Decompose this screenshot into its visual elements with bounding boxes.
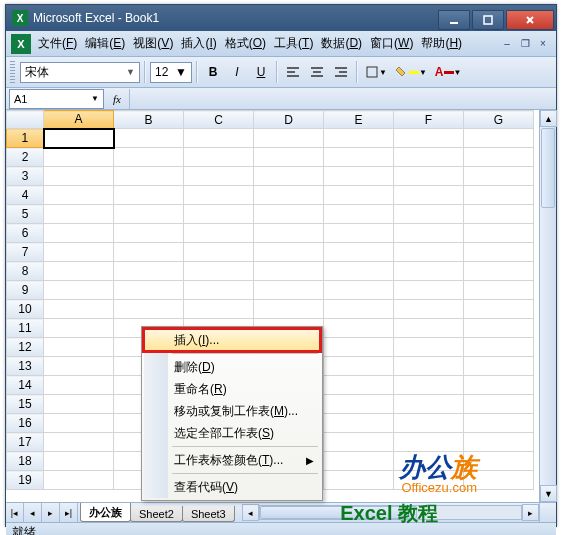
- cell-C5[interactable]: [184, 205, 254, 224]
- cell-F8[interactable]: [394, 262, 464, 281]
- cell-F9[interactable]: [394, 281, 464, 300]
- maximize-button[interactable]: [472, 10, 504, 30]
- ctx-r[interactable]: 重命名(R): [144, 378, 320, 400]
- borders-button[interactable]: ▼: [362, 61, 390, 83]
- row-header-4[interactable]: 4: [7, 186, 44, 205]
- cell-F15[interactable]: [394, 395, 464, 414]
- font-color-button[interactable]: A▼: [432, 61, 465, 83]
- cell-C4[interactable]: [184, 186, 254, 205]
- row-header-1[interactable]: 1: [7, 129, 44, 148]
- cell-F10[interactable]: [394, 300, 464, 319]
- column-header-B[interactable]: B: [114, 111, 184, 129]
- align-center-button[interactable]: [306, 61, 328, 83]
- cell-D9[interactable]: [254, 281, 324, 300]
- fill-color-button[interactable]: ▼: [392, 61, 430, 83]
- menu-h[interactable]: 帮助(H): [417, 32, 466, 55]
- row-header-9[interactable]: 9: [7, 281, 44, 300]
- align-right-button[interactable]: [330, 61, 352, 83]
- cell-E16[interactable]: [324, 414, 394, 433]
- cell-A1[interactable]: [44, 129, 114, 148]
- cell-E6[interactable]: [324, 224, 394, 243]
- cell-A18[interactable]: [44, 452, 114, 471]
- row-header-8[interactable]: 8: [7, 262, 44, 281]
- menu-e[interactable]: 编辑(E): [81, 32, 129, 55]
- cell-C3[interactable]: [184, 167, 254, 186]
- cell-A15[interactable]: [44, 395, 114, 414]
- ctx-d[interactable]: 删除(D): [144, 356, 320, 378]
- cell-B5[interactable]: [114, 205, 184, 224]
- cell-E9[interactable]: [324, 281, 394, 300]
- menu-w[interactable]: 窗口(W): [366, 32, 417, 55]
- cell-B7[interactable]: [114, 243, 184, 262]
- cell-A5[interactable]: [44, 205, 114, 224]
- doc-restore-button[interactable]: ❐: [518, 37, 532, 51]
- column-header-G[interactable]: G: [464, 111, 534, 129]
- formula-bar[interactable]: [129, 89, 556, 109]
- cell-G6[interactable]: [464, 224, 534, 243]
- cell-F1[interactable]: [394, 129, 464, 148]
- tab-nav-last[interactable]: ▸|: [60, 503, 78, 522]
- cell-D8[interactable]: [254, 262, 324, 281]
- cell-E7[interactable]: [324, 243, 394, 262]
- sheet-tab-sheet3[interactable]: Sheet3: [182, 506, 235, 522]
- scroll-right-button[interactable]: ▸: [522, 504, 539, 521]
- cell-A2[interactable]: [44, 148, 114, 167]
- cell-A13[interactable]: [44, 357, 114, 376]
- cell-D1[interactable]: [254, 129, 324, 148]
- app-icon[interactable]: X: [11, 34, 31, 54]
- cell-B9[interactable]: [114, 281, 184, 300]
- cell-F11[interactable]: [394, 319, 464, 338]
- cell-F7[interactable]: [394, 243, 464, 262]
- cell-G17[interactable]: [464, 433, 534, 452]
- cell-D6[interactable]: [254, 224, 324, 243]
- cell-D3[interactable]: [254, 167, 324, 186]
- tab-nav-prev[interactable]: ◂: [24, 503, 42, 522]
- row-header-3[interactable]: 3: [7, 167, 44, 186]
- cell-C6[interactable]: [184, 224, 254, 243]
- menu-v[interactable]: 视图(V): [129, 32, 177, 55]
- row-header-19[interactable]: 19: [7, 471, 44, 490]
- cell-A8[interactable]: [44, 262, 114, 281]
- tab-nav-next[interactable]: ▸: [42, 503, 60, 522]
- cell-G13[interactable]: [464, 357, 534, 376]
- scroll-left-button[interactable]: ◂: [242, 504, 259, 521]
- underline-button[interactable]: U: [250, 61, 272, 83]
- close-button[interactable]: [506, 10, 554, 30]
- ctx-i[interactable]: 插入(I)...: [144, 329, 320, 351]
- cell-D7[interactable]: [254, 243, 324, 262]
- align-left-button[interactable]: [282, 61, 304, 83]
- cell-A19[interactable]: [44, 471, 114, 490]
- cell-C2[interactable]: [184, 148, 254, 167]
- row-header-6[interactable]: 6: [7, 224, 44, 243]
- cell-A7[interactable]: [44, 243, 114, 262]
- cell-F3[interactable]: [394, 167, 464, 186]
- cell-B10[interactable]: [114, 300, 184, 319]
- cell-E3[interactable]: [324, 167, 394, 186]
- cell-A10[interactable]: [44, 300, 114, 319]
- menu-o[interactable]: 格式(O): [221, 32, 270, 55]
- cell-E2[interactable]: [324, 148, 394, 167]
- scroll-thumb[interactable]: [541, 128, 555, 208]
- row-header-2[interactable]: 2: [7, 148, 44, 167]
- cell-F16[interactable]: [394, 414, 464, 433]
- cell-F5[interactable]: [394, 205, 464, 224]
- tab-nav-first[interactable]: |◂: [6, 503, 24, 522]
- doc-close-button[interactable]: ×: [536, 37, 550, 51]
- fx-icon[interactable]: fx: [107, 93, 127, 105]
- ctx-t[interactable]: 工作表标签颜色(T)...▶: [144, 449, 320, 471]
- cell-G4[interactable]: [464, 186, 534, 205]
- name-box[interactable]: A1▼: [9, 89, 104, 109]
- cell-G16[interactable]: [464, 414, 534, 433]
- cell-G8[interactable]: [464, 262, 534, 281]
- cell-E5[interactable]: [324, 205, 394, 224]
- cell-B6[interactable]: [114, 224, 184, 243]
- cell-D2[interactable]: [254, 148, 324, 167]
- row-header-10[interactable]: 10: [7, 300, 44, 319]
- cell-A11[interactable]: [44, 319, 114, 338]
- font-size-selector[interactable]: 12▼: [150, 62, 192, 83]
- ctx-s[interactable]: 选定全部工作表(S): [144, 422, 320, 444]
- cell-E10[interactable]: [324, 300, 394, 319]
- cell-A12[interactable]: [44, 338, 114, 357]
- cell-D5[interactable]: [254, 205, 324, 224]
- toolbar-handle[interactable]: [10, 61, 15, 83]
